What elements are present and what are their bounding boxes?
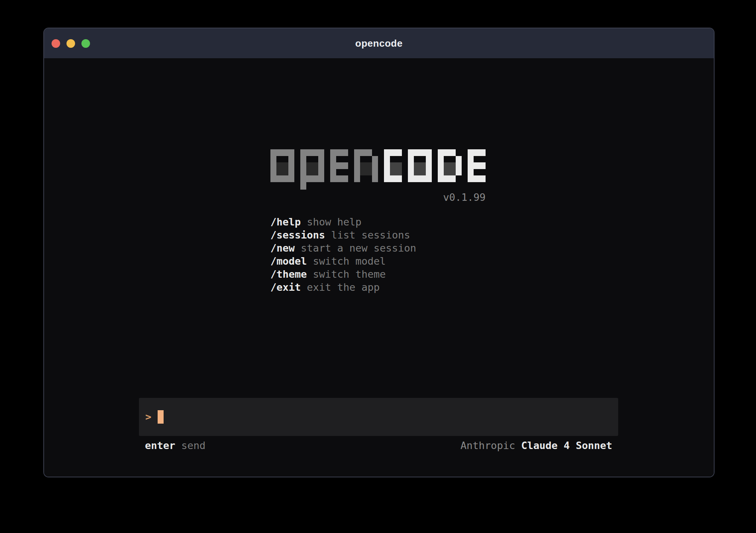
logo-pixel [390,162,402,175]
logo-pixel [408,175,432,182]
command-description: list sessions [331,229,410,241]
command-description: exit the app [307,281,380,293]
logo-letter-e [468,149,486,182]
terminal-screen: v0.1.99 /help show help/sessions list se… [44,58,714,477]
window-titlebar[interactable]: opencode [44,28,714,58]
command-list: /help show help/sessions list sessions/n… [270,215,486,294]
window-title: opencode [355,38,403,49]
logo-pixel [408,149,432,156]
command-row: /model switch model [270,255,486,268]
command-name: /exit [270,281,301,293]
logo-pixel [270,156,276,176]
logo-letter-n [354,149,378,182]
keybinding-hint: enter send [145,440,205,452]
logo-pixel [426,156,432,176]
command-row: /help show help [270,215,486,228]
logo-pixel [288,156,294,176]
command-description: switch theme [313,268,386,280]
logo-pixel [468,162,486,169]
text-cursor-block [158,410,164,424]
logo-pixel [438,149,456,156]
provider-label: Anthropic [461,440,515,452]
command-name: /new [270,242,295,254]
opencode-app-window: opencode v0.1.99 /help show help/session… [43,28,715,477]
prompt-input[interactable]: > [139,398,618,436]
command-name: /model [270,255,307,267]
prompt-caret: > [145,410,151,424]
logo-pixel [306,162,318,175]
logo-letter-c [384,149,402,182]
logo-pixel [300,182,306,190]
logo-letter-d [438,149,462,182]
logo-pixel [360,162,372,175]
minimize-button[interactable] [66,39,75,48]
logo-pixel [330,149,348,156]
send-action-label: send [181,440,205,452]
logo-pixel [468,149,486,156]
logo-pixel [300,156,306,176]
logo-pixel [456,156,462,176]
logo-pixel [270,175,294,182]
logo-letter-o [270,149,294,182]
command-name: /theme [270,268,307,280]
logo-pixel [300,149,324,156]
logo-pixel [354,156,360,182]
command-row: /sessions list sessions [270,228,486,241]
command-name: /sessions [270,229,325,241]
logo-pixel [438,175,456,182]
logo-pixel [270,149,294,156]
logo-pixel [330,156,336,163]
zoom-button[interactable] [81,39,90,48]
logo-pixel [276,162,288,175]
command-description: start a new session [301,242,416,254]
command-row: /exit exit the app [270,281,486,294]
close-button[interactable] [52,39,60,48]
logo-pixel [468,169,474,176]
logo-pixel [330,175,348,182]
enter-key-label: enter [145,440,175,452]
logo-pixel [468,175,486,182]
command-row: /theme switch theme [270,268,486,281]
version-label: v0.1.99 [270,192,486,203]
logo-pixel [468,156,474,163]
logo-letter-e [330,149,348,182]
logo-pixel [330,169,336,176]
logo-pixel [330,162,348,169]
logo-letter-o [408,149,432,182]
logo-pixel [408,156,414,176]
logo-pixel [384,149,402,156]
logo-pixel [414,162,426,175]
logo-pixel [318,156,324,176]
logo-pixel [354,149,372,156]
opencode-pixel-logo [270,149,486,182]
desktop-background: opencode v0.1.99 /help show help/session… [0,0,756,533]
logo-pixel [444,162,456,175]
logo-letter-p [300,149,324,182]
logo-pixel [384,175,402,182]
command-row: /new start a new session [270,241,486,255]
command-name: /help [270,216,301,228]
status-bar: enter send Anthropic Claude 4 Sonnet [145,440,612,452]
command-description: show help [307,216,362,228]
logo-pixel [384,156,390,176]
command-description: switch model [313,255,386,267]
traffic-lights [52,28,90,58]
welcome-block: v0.1.99 /help show help/sessions list se… [270,149,486,294]
logo-pixel [372,156,378,182]
model-label: Claude 4 Sonnet [521,440,612,452]
logo-pixel [438,156,444,176]
logo-pixel [300,175,324,182]
model-indicator: Anthropic Claude 4 Sonnet [461,440,612,452]
